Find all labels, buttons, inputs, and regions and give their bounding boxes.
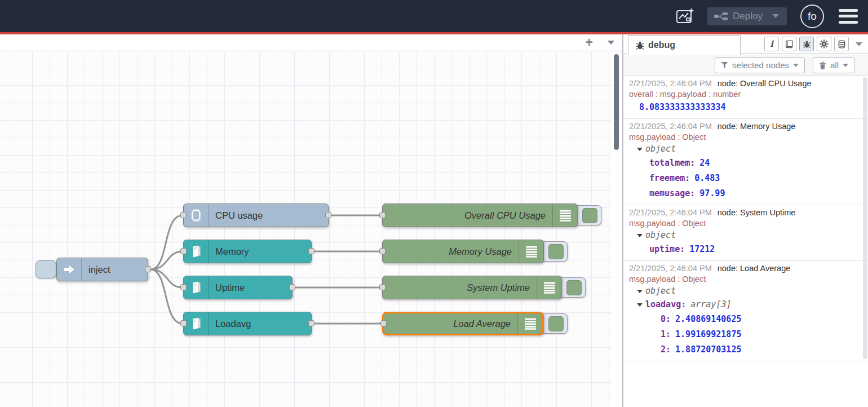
array-index: 1:: [661, 329, 671, 339]
input-port[interactable]: [380, 320, 387, 326]
config-nodes-tab-button[interactable]: [817, 37, 831, 51]
context-data-tab-button[interactable]: [834, 37, 849, 51]
array-type-label: array[3]: [690, 298, 731, 312]
output-port[interactable]: [145, 266, 151, 272]
object-key: uptime:: [649, 244, 685, 254]
node-memory[interactable]: Memory: [183, 240, 312, 263]
node-label: Loadavg: [209, 318, 258, 329]
wire-inject-memory[interactable]: [150, 251, 183, 269]
input-port[interactable]: [379, 284, 386, 290]
debug-filter-button[interactable]: selected nodes: [715, 57, 805, 73]
array-value: 1.99169921875: [675, 329, 741, 339]
object-type-label: object: [645, 229, 676, 242]
object-key: totalmem:: [649, 158, 695, 168]
user-avatar[interactable]: fo: [800, 5, 824, 28]
message-number-value: 8.083333333333334: [629, 100, 858, 115]
collapse-caret-icon[interactable]: [637, 234, 643, 237]
message-source-node: node: System Uptime: [718, 207, 796, 218]
canvas-vertical-scrollbar[interactable]: [614, 54, 619, 150]
message-property-path: overall : msg.payload : number: [629, 89, 858, 100]
output-port[interactable]: [289, 284, 295, 290]
server-tower-icon: [184, 276, 209, 299]
inject-trigger-button[interactable]: [36, 260, 56, 278]
node-inject[interactable]: inject: [56, 258, 148, 281]
array-key: loadavg:: [645, 298, 686, 312]
node-debug-load-average[interactable]: Load Average: [382, 312, 544, 335]
cpu-chip-icon: [184, 204, 209, 227]
node-debug-memory-usage[interactable]: Memory Usage: [382, 240, 544, 263]
filter-caret-icon: [793, 64, 799, 67]
canvas-scrollbar-gutter: [612, 52, 622, 407]
collapse-caret-icon[interactable]: [637, 148, 643, 151]
input-port[interactable]: [180, 248, 187, 254]
sidebar-scrollbar[interactable]: [863, 77, 867, 359]
flow-list-caret-icon[interactable]: [608, 41, 614, 45]
message-source-node: node: Overall CPU Usage: [718, 78, 812, 89]
collapse-caret-icon[interactable]: [637, 303, 643, 307]
node-label: Load Average: [384, 318, 517, 329]
node-label: System Uptime: [383, 282, 537, 293]
main-menu-icon[interactable]: [839, 9, 858, 24]
node-loadavg[interactable]: Loadavg: [183, 312, 312, 335]
node-cpu-usage[interactable]: CPU usage: [183, 203, 329, 227]
add-flow-button[interactable]: +: [586, 36, 593, 49]
input-port[interactable]: [379, 212, 386, 218]
object-value: 17212: [689, 244, 715, 254]
node-label: inject: [82, 264, 117, 275]
input-port[interactable]: [180, 284, 187, 290]
node-uptime[interactable]: Uptime: [183, 276, 293, 299]
deploy-label: Deploy: [733, 11, 763, 22]
debug-tab-button[interactable]: [799, 37, 814, 51]
debug-messages-list[interactable]: 2/21/2025, 2:46:04 PM node: Overall CPU …: [623, 76, 868, 407]
debug-message: 2/21/2025, 2:46:04 PM node: Overall CPU …: [623, 76, 868, 119]
input-port[interactable]: [180, 320, 187, 326]
message-property-path: msg.payload : Object: [629, 274, 858, 285]
flow-chart-sparkle-icon[interactable]: [675, 6, 695, 26]
clear-caret-icon: [843, 64, 848, 67]
object-value: 24: [699, 158, 710, 168]
object-key: memusage:: [649, 188, 695, 198]
node-red-app: Deploy fo +: [0, 0, 868, 407]
inject-arrow-icon: [57, 258, 82, 281]
node-label: Memory Usage: [383, 246, 519, 257]
object-key: freemem:: [649, 173, 690, 183]
message-source-node: node: Load Average: [718, 263, 791, 274]
output-port[interactable]: [308, 248, 315, 254]
debug-filter-bar: selected nodes all: [623, 55, 868, 76]
info-tab-button[interactable]: i: [764, 37, 779, 51]
deploy-button[interactable]: Deploy: [707, 7, 787, 25]
message-source-node: node: Memory Usage: [718, 121, 796, 132]
tab-debug-label: debug: [648, 40, 675, 50]
trash-icon: [819, 61, 826, 69]
debug-list-icon: [517, 313, 542, 334]
object-type-label: object: [645, 285, 676, 298]
message-timestamp: 2/21/2025, 2:46:04 PM: [629, 78, 712, 89]
sidebar-menu-caret-icon[interactable]: [856, 42, 862, 46]
tab-debug[interactable]: debug: [628, 35, 741, 55]
debug-list-icon: [537, 276, 561, 299]
help-tab-button[interactable]: [782, 37, 796, 51]
wires-layer: [0, 52, 622, 407]
output-port[interactable]: [308, 320, 315, 326]
input-port[interactable]: [379, 248, 386, 254]
flow-canvas[interactable]: inject CPU usage: [0, 52, 622, 407]
node-label: CPU usage: [209, 210, 269, 221]
object-value: 97.99: [699, 188, 725, 198]
node-debug-system-uptime[interactable]: System Uptime: [382, 276, 562, 299]
server-tower-icon: [184, 240, 209, 263]
debug-clear-label: all: [830, 60, 839, 70]
header-bar: Deploy fo: [0, 0, 868, 32]
debug-clear-button[interactable]: all: [813, 57, 854, 73]
array-index: 0:: [661, 314, 671, 324]
node-label: Uptime: [209, 282, 251, 293]
workspace: + inject: [0, 34, 622, 407]
collapse-caret-icon[interactable]: [637, 290, 643, 293]
input-port[interactable]: [180, 212, 187, 218]
wire-inject-uptime[interactable]: [150, 269, 183, 287]
flow-tab-bar: +: [0, 34, 622, 51]
output-port[interactable]: [325, 212, 331, 218]
object-type-label: object: [645, 143, 676, 156]
array-index: 2:: [661, 344, 671, 355]
deploy-caret-icon[interactable]: [772, 14, 779, 18]
node-debug-overall-cpu-usage[interactable]: Overall CPU Usage: [382, 203, 578, 227]
